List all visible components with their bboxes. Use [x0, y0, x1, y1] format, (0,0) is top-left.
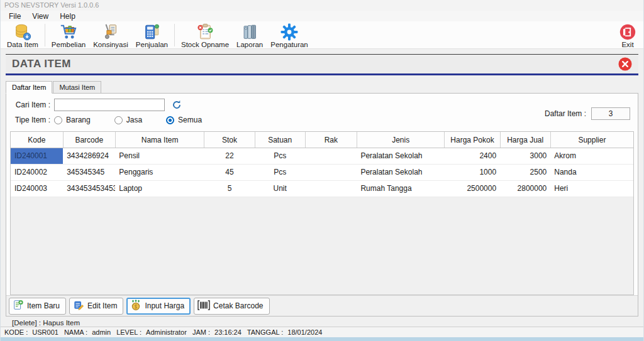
button-label: Input Harga [145, 301, 184, 310]
input-price-icon [130, 300, 145, 313]
column-header[interactable]: Rak [305, 132, 357, 148]
item-baru-button[interactable]: Item Baru [9, 298, 66, 315]
radio-barang[interactable]: Barang [54, 116, 91, 124]
menu-help[interactable]: Help [54, 11, 81, 21]
toolbar-label: Stock Opname [181, 41, 229, 48]
tab-daftar-item[interactable]: Daftar Item [6, 81, 52, 94]
toolbar-label: Laporan [236, 41, 263, 48]
close-icon[interactable] [618, 57, 632, 71]
radio-semua[interactable]: Semua [166, 116, 202, 124]
tipe-row: Tipe Item : Barang Jasa Semua [10, 113, 634, 127]
input-harga-button[interactable]: Input Harga [126, 298, 191, 315]
table-row[interactable]: ID2400013434286924Pensil22PcsPeralatan S… [11, 148, 633, 164]
table-row[interactable]: ID240003343453453453Laptop5UnitRumah Tan… [11, 180, 633, 197]
toolbar-stock-opname-button[interactable]: Stock Opname [177, 23, 233, 48]
exit-door-icon [618, 23, 637, 41]
table-cell[interactable]: Peralatan Sekolah [357, 148, 445, 164]
table-cell[interactable]: 2500000 [445, 180, 500, 197]
table-cell[interactable] [305, 180, 357, 197]
column-header[interactable]: Kode [11, 132, 63, 148]
column-header[interactable]: Supplier [550, 132, 633, 148]
toolbar-separator [45, 24, 45, 46]
table-cell[interactable]: 3000 [500, 148, 550, 164]
table-cell[interactable]: Peralatan Sekolah [357, 164, 445, 180]
table-cell[interactable]: 345345345 [63, 164, 115, 180]
table-cell[interactable]: Rumah Tangga [357, 180, 445, 197]
barcode-icon [197, 300, 213, 313]
table-cell[interactable] [305, 164, 357, 180]
table-cell[interactable]: Pcs [255, 148, 305, 164]
table-cell[interactable]: 2800000 [500, 180, 550, 197]
toolbar-pembelian-button[interactable]: Pembelian [48, 23, 89, 48]
table-cell[interactable]: ID240003 [11, 180, 63, 197]
table-cell[interactable]: Akrom [550, 148, 633, 164]
table-cell[interactable]: ID240002 [11, 164, 63, 180]
column-header[interactable]: Satuan [255, 132, 305, 148]
table-cell[interactable]: Pensil [115, 148, 204, 164]
toolbar-exit-button[interactable]: Exit [614, 23, 641, 48]
table-row[interactable]: ID240002345345345Penggaris45PcsPeralatan… [11, 164, 633, 180]
column-header[interactable]: Harga Pokok [445, 132, 500, 148]
database-icon [13, 23, 32, 41]
edit-item-button[interactable]: Edit Item [69, 298, 123, 315]
tipe-radio-group: Barang Jasa Semua [54, 116, 226, 124]
column-header[interactable]: Nama Item [115, 132, 204, 148]
table-cell[interactable]: Unit [255, 180, 305, 197]
tab-mutasi-item[interactable]: Mutasi Item [53, 81, 101, 94]
button-label: Cetak Barcode [213, 301, 263, 310]
items-table-container: KodeBarcodeNama ItemStokSatuanRakJenisHa… [10, 131, 634, 295]
menu-file[interactable]: File [3, 11, 26, 21]
panel-body: Cari Item : Tipe Item : Baran [6, 94, 638, 295]
table-cell[interactable]: 5 [204, 180, 255, 197]
table-cell[interactable]: 45 [204, 164, 255, 180]
content-area: DATA ITEM Daftar Item Mutasi Item Cari I… [1, 49, 643, 327]
page-header: DATA ITEM [6, 54, 638, 75]
actions-strip: Item Baru Edit Item [6, 295, 638, 316]
books-icon [240, 23, 259, 41]
button-label: Edit Item [87, 301, 117, 310]
menu-view[interactable]: View [26, 11, 54, 21]
column-header[interactable]: Barcode [63, 132, 115, 148]
toolbar-label: Exit [621, 41, 633, 48]
column-header[interactable]: Jenis [357, 132, 445, 148]
table-cell[interactable]: ID240001 [11, 148, 63, 164]
radio-circle-icon [54, 116, 62, 124]
table-header-row: KodeBarcodeNama ItemStokSatuanRakJenisHa… [11, 132, 633, 148]
search-input[interactable] [54, 99, 165, 111]
column-header[interactable]: Stok [204, 132, 255, 148]
daftar-item-count-label: Daftar Item : [545, 109, 586, 118]
table-cell[interactable]: 2500 [500, 164, 550, 180]
table-cell[interactable]: Penggaris [115, 164, 204, 180]
gear-icon [280, 23, 299, 41]
table-cell[interactable]: Nanda [550, 164, 633, 180]
cetak-barcode-button[interactable]: Cetak Barcode [194, 298, 269, 315]
table-cell[interactable]: Heri [550, 180, 633, 197]
toolbar-konsinyasi-button[interactable]: Konsinyasi [89, 23, 132, 48]
table-cell[interactable]: 3434286924 [63, 148, 115, 164]
toolbar-label: Penjualan [136, 41, 168, 48]
status-field: KODE :USR001 [4, 328, 58, 336]
status-field: NAMA :admin [64, 328, 111, 336]
handtruck-icon [101, 23, 120, 41]
table-cell[interactable] [305, 148, 357, 164]
window-bottom-accent [1, 337, 643, 341]
table-cell[interactable]: Pcs [255, 164, 305, 180]
radio-jasa[interactable]: Jasa [114, 116, 142, 124]
table-cell[interactable]: 22 [204, 148, 255, 164]
toolbar: Data Item Pembelian [1, 21, 643, 49]
toolbar-label: Pembelian [52, 41, 86, 48]
toolbar-penjualan-button[interactable]: Penjualan [132, 23, 172, 48]
table-cell[interactable]: 1000 [445, 164, 500, 180]
column-header[interactable]: Harga Jual [500, 132, 550, 148]
clipboard-check-icon [196, 23, 214, 41]
toolbar-pengaturan-button[interactable]: Pengaturan [267, 23, 311, 48]
table-cell[interactable]: Laptop [115, 180, 204, 197]
toolbar-laporan-button[interactable]: Laporan [233, 23, 267, 48]
daftar-item-panel: Cari Item : Tipe Item : Baran [6, 93, 638, 317]
table-cell[interactable]: 343453453453 [63, 180, 115, 197]
toolbar-data-item-button[interactable]: Data Item [3, 23, 42, 48]
cart-icon [59, 23, 78, 41]
new-item-icon [13, 300, 27, 313]
table-cell[interactable]: 2400 [445, 148, 500, 164]
refresh-icon[interactable] [171, 99, 182, 111]
